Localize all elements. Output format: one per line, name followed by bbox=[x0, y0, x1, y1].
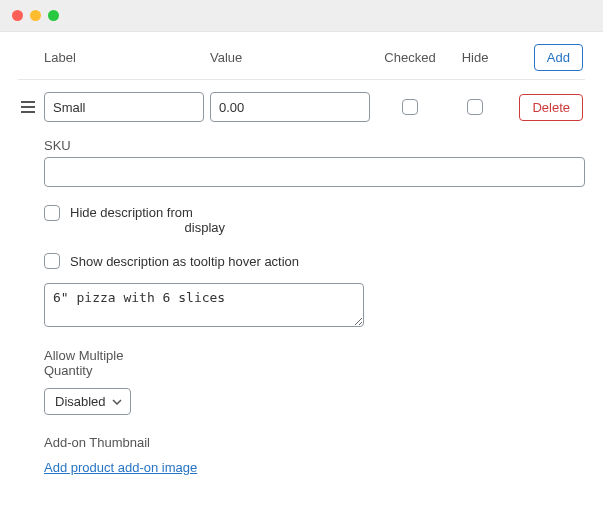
window-close-icon[interactable] bbox=[12, 10, 23, 21]
checked-checkbox[interactable] bbox=[402, 99, 418, 115]
header-value: Value bbox=[210, 50, 370, 65]
value-input[interactable] bbox=[210, 92, 370, 122]
header-hide: Hide bbox=[450, 50, 500, 65]
columns-header: Label Value Checked Hide Add bbox=[18, 44, 585, 80]
window-minimize-icon[interactable] bbox=[30, 10, 41, 21]
window-zoom-icon[interactable] bbox=[48, 10, 59, 21]
delete-button[interactable]: Delete bbox=[519, 94, 583, 121]
hide-checkbox[interactable] bbox=[467, 99, 483, 115]
option-row: Delete bbox=[18, 80, 585, 128]
multi-qty-select[interactable]: Disabled bbox=[44, 388, 131, 415]
thumbnail-label: Add-on Thumbnail bbox=[44, 435, 585, 450]
add-button[interactable]: Add bbox=[534, 44, 583, 71]
chevron-down-icon bbox=[112, 394, 122, 409]
sku-input[interactable] bbox=[44, 157, 585, 187]
drag-handle-icon[interactable] bbox=[18, 100, 38, 114]
header-checked: Checked bbox=[376, 50, 444, 65]
multi-qty-selected: Disabled bbox=[55, 394, 106, 409]
label-input[interactable] bbox=[44, 92, 204, 122]
header-label: Label bbox=[44, 50, 204, 65]
add-thumbnail-link[interactable]: Add product add-on image bbox=[44, 460, 197, 475]
sku-label: SKU bbox=[44, 138, 585, 153]
hide-description-label: Hide description from display bbox=[70, 205, 225, 235]
description-textarea[interactable] bbox=[44, 283, 364, 327]
tooltip-description-checkbox[interactable] bbox=[44, 253, 60, 269]
hide-description-checkbox[interactable] bbox=[44, 205, 60, 221]
tooltip-description-label: Show description as tooltip hover action bbox=[70, 254, 299, 269]
multi-qty-label: Allow Multiple Quantity bbox=[44, 348, 585, 378]
window-titlebar bbox=[0, 0, 603, 32]
